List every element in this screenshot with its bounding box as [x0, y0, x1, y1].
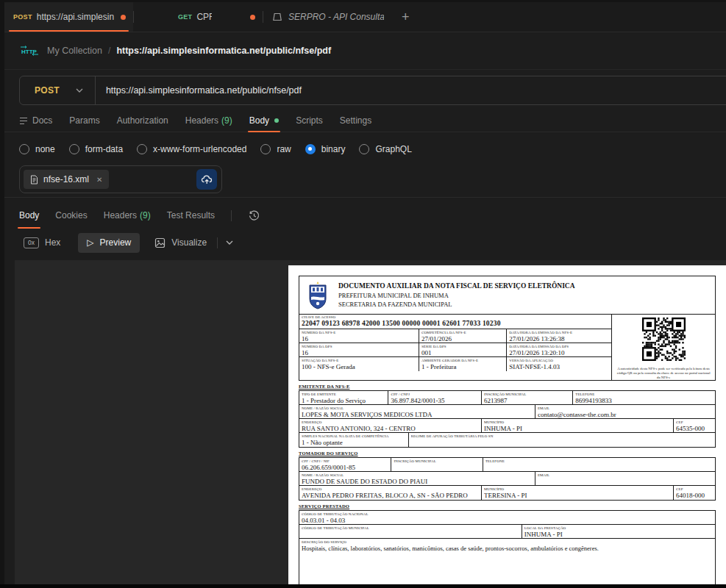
hex-icon[interactable]: 0x — [24, 237, 39, 248]
field-label: NOME / RAZÃO SOCIAL — [302, 473, 535, 477]
tab-authorization[interactable]: Authorization — [117, 110, 168, 132]
doc-cell: CÓDIGO DE TRIBUTAÇÃO NACIONAL04.03.01 - … — [299, 511, 715, 524]
hex-view-button[interactable]: Hex — [45, 237, 60, 248]
field-label: SÉRIE DA DPS — [421, 345, 506, 348]
doc-section-table: TIPO DE EMITENTE1 - Prestador do Serviço… — [299, 390, 716, 448]
field-value: SIAT-NFSE-1.4.03 — [509, 363, 611, 370]
response-tab-cookies[interactable]: Cookies — [55, 203, 87, 228]
radio-icon[interactable] — [137, 144, 147, 154]
image-icon — [154, 237, 166, 248]
field-label: DATA/HORA DA EMISSÃO DA DPS — [509, 345, 611, 348]
tab-params[interactable]: Params — [69, 110, 99, 132]
doc-qr-cell: A autenticidade desta NFS-e pode ser ver… — [612, 315, 715, 380]
mode-form-data[interactable]: form-data — [69, 144, 123, 154]
new-tab-button[interactable]: + — [391, 2, 420, 32]
tab-get-request[interactable]: GET CPF — [134, 2, 263, 32]
file-chip[interactable]: nfse-16.xml ✕ — [24, 170, 109, 189]
play-icon: ▷ — [87, 238, 93, 247]
body-mode-selector: none form-data x-www-form-urlencoded raw… — [4, 132, 726, 165]
field-label: CEP — [676, 420, 715, 424]
tab-scripts[interactable]: Scripts — [296, 110, 323, 132]
mode-none[interactable]: none — [19, 144, 55, 154]
doc-cell: LOCAL DA PRESTAÇÃOINHUMA - PI — [522, 525, 715, 538]
tab-label: Headers — [104, 210, 137, 220]
field-label: NOME / RAZÃO SOCIAL — [302, 406, 535, 410]
field-label: TELEFONE — [485, 459, 715, 463]
field-label: CEP — [676, 487, 715, 491]
doc-cell: TELEFONE86994193833 — [573, 391, 715, 404]
mode-binary[interactable]: binary — [305, 144, 346, 154]
tab-body[interactable]: Body — [249, 110, 279, 132]
doc-cell: ENDEREÇORUA SANTO ANTONIO, 324 - CENTRO — [299, 419, 482, 432]
radio-icon[interactable] — [260, 144, 271, 154]
radio-icon[interactable] — [19, 144, 29, 154]
mode-x-www-form-urlencoded[interactable]: x-www-form-urlencoded — [137, 144, 246, 154]
radio-icon[interactable] — [359, 144, 369, 154]
field-value: 64535-000 — [676, 425, 715, 432]
field-value: Hospitais, clínicas, laboratórios, sanat… — [302, 545, 715, 552]
preview-view-button[interactable]: ▷ Preview — [78, 233, 140, 253]
field-value: 36.897.842/0001-35 — [391, 397, 481, 404]
visualize-view-button[interactable]: Visualize — [154, 237, 207, 248]
mode-label: binary — [321, 144, 346, 154]
method-selector[interactable]: POST — [20, 85, 60, 96]
doc-cell: CPF / CNPJ36.897.842/0001-35 — [388, 391, 482, 404]
doc-subtitle: PREFEITURA MUNICIPAL DE INHUMA — [338, 292, 575, 299]
doc-cell: DATA/HORA DA EMISSÃO DA DPS27/01/2026 13… — [507, 343, 611, 356]
tab-label: Body — [19, 210, 39, 220]
chevron-down-icon[interactable] — [226, 240, 233, 245]
field-label: CPF / CNPJ / NIF — [302, 459, 391, 463]
response-tab-headers[interactable]: Headers (9) — [104, 203, 151, 228]
doc-row: SITUAÇÃO DA NFS-E100 - NFS-e GeradaAMBIE… — [299, 357, 611, 371]
field-value: RUA SANTO ANTONIO, 324 - CENTRO — [302, 425, 481, 432]
doc-section-title: TOMADOR DO SERVIÇO — [299, 451, 716, 456]
tab-docs[interactable]: Docs — [19, 110, 52, 132]
mode-raw[interactable]: raw — [260, 144, 291, 154]
body-has-content-dot-icon — [274, 118, 279, 123]
doc-cell: DESCRIÇÃO DO SERVIÇOHospitais, clínicas,… — [299, 539, 715, 584]
radio-selected-icon[interactable] — [305, 144, 316, 154]
field-value: 04.03.01 - 04.03 — [302, 517, 715, 524]
url-input[interactable]: https://api.simplesinformatica.net/publi… — [96, 85, 302, 96]
tab-post-request[interactable]: POST https://api.simplesinfor — [4, 2, 133, 32]
tab-label: CPF — [196, 12, 212, 22]
remove-file-icon[interactable]: ✕ — [96, 176, 102, 184]
http-badge-icon: HTTP — [19, 44, 40, 57]
chevron-down-icon[interactable] — [76, 88, 83, 93]
field-value: 16 — [302, 349, 419, 356]
field-label: DESCRIÇÃO DO SERVIÇO — [302, 540, 715, 544]
radio-icon[interactable] — [69, 144, 79, 154]
upload-file-button[interactable] — [196, 169, 217, 190]
mode-label: form-data — [85, 144, 123, 154]
response-tab-test-results[interactable]: Test Results — [167, 203, 215, 228]
doc-cell: NÚMERO DA NFS-E16 — [299, 329, 419, 343]
municipal-crest-icon — [307, 281, 329, 310]
field-value: AVENIDA PEDRO FREITAS, BLOCO A, SN - SÃO… — [302, 492, 481, 499]
url-bar: POST https://api.simplesinformatica.net/… — [19, 76, 726, 105]
response-history-icon[interactable] — [248, 209, 260, 222]
qr-code-icon — [641, 317, 686, 365]
svg-text:HTTP: HTTP — [21, 49, 38, 55]
field-value: 27/01/2026 13:26:38 — [509, 335, 611, 343]
tab-settings[interactable]: Settings — [340, 110, 371, 132]
breadcrumb-collection[interactable]: My Collection — [47, 46, 102, 56]
doc-title: DOCUMENTO AUXILIAR DA NOTA FISCAL DE SER… — [338, 282, 575, 290]
response-tab-body[interactable]: Body — [19, 203, 39, 228]
request-tab-bar: POST https://api.simplesinfor GET CPF SE… — [4, 2, 726, 32]
tab-serpro-collection[interactable]: SERPRO - API Consulta ( — [263, 2, 391, 32]
tab-headers-label: Headers — [185, 115, 218, 126]
field-value: contato@contasse-the.com.br — [538, 411, 715, 418]
field-value: 64018-000 — [676, 492, 715, 499]
tab-docs-label: Docs — [32, 115, 52, 126]
tab-headers[interactable]: Headers (9) — [185, 110, 232, 132]
field-value: 1 - Não optante — [302, 439, 408, 446]
breadcrumb-request-name[interactable]: https://api.simplesinformatica.net/publi… — [116, 46, 331, 56]
response-preview-pane[interactable]: DOCUMENTO AUXILIAR DA NOTA FISCAL DE SER… — [15, 260, 726, 584]
doc-cell: NOME / RAZÃO SOCIALFUNDO DE SAUDE DO EST… — [299, 472, 535, 485]
field-value: TERESINA - PI — [484, 492, 673, 499]
file-icon — [30, 175, 38, 184]
doc-cell: CEP64535-000 — [674, 419, 715, 432]
field-value: 27/01/2026 — [421, 335, 506, 343]
unsaved-dot-icon — [121, 15, 126, 20]
mode-graphql[interactable]: GraphQL — [359, 144, 411, 154]
